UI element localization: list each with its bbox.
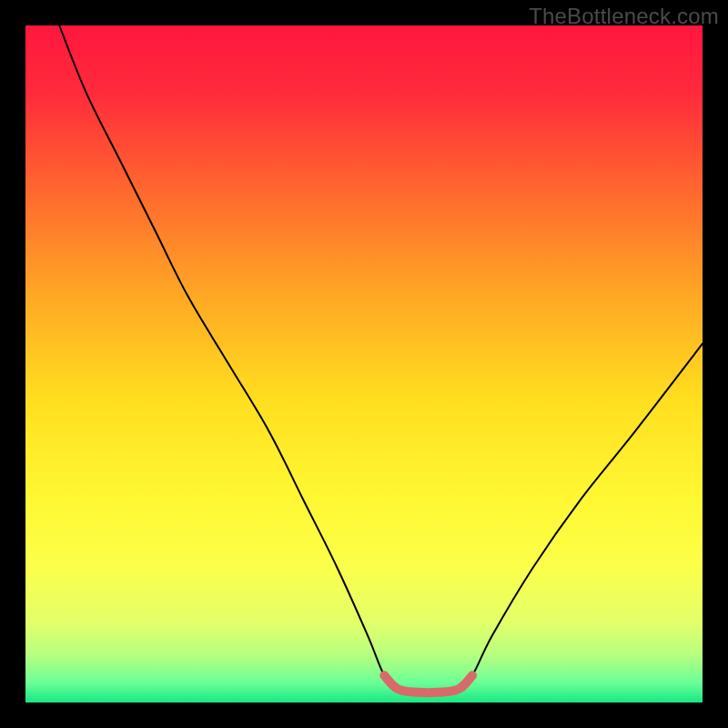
watermark-text: TheBottleneck.com: [529, 4, 719, 29]
chart-frame: TheBottleneck.com: [0, 0, 728, 728]
plot-area: [25, 25, 703, 703]
gradient-background: [25, 25, 703, 703]
bottleneck-chart: [25, 25, 703, 703]
